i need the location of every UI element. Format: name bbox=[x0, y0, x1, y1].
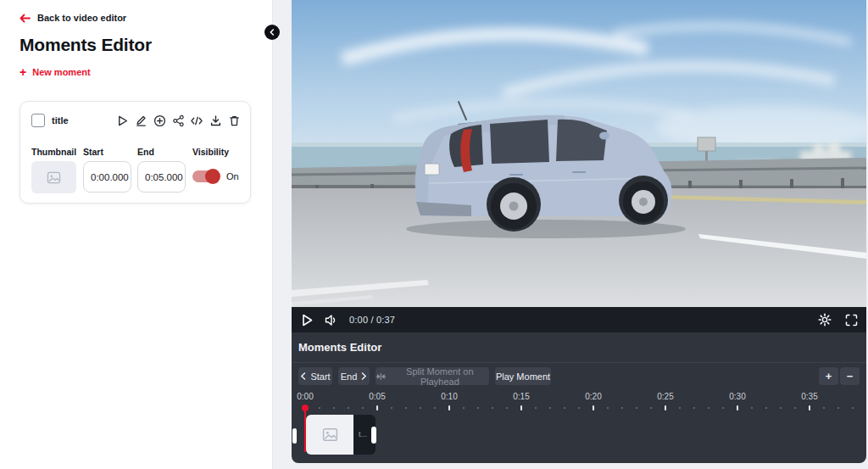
ruler-tick bbox=[693, 407, 695, 409]
image-placeholder-icon bbox=[322, 427, 338, 442]
ruler-tick bbox=[376, 405, 378, 410]
ruler-tick bbox=[607, 407, 609, 409]
split-moment-button[interactable]: Split Moment on Playhead bbox=[376, 367, 489, 385]
back-to-editor-link[interactable]: Back to video editor bbox=[19, 13, 126, 23]
ruler-tick bbox=[737, 405, 738, 410]
settings-gear-icon[interactable] bbox=[818, 313, 832, 327]
ruler-tick bbox=[621, 407, 623, 409]
ruler-tick bbox=[765, 407, 767, 409]
time-display: 0:00 / 0:37 bbox=[349, 315, 395, 325]
ruler-tick bbox=[362, 407, 364, 409]
ruler-tick bbox=[520, 405, 522, 410]
ruler-tick bbox=[434, 407, 436, 409]
ruler-tick bbox=[852, 407, 854, 409]
chevron-right-icon bbox=[361, 372, 367, 380]
plus-icon: + bbox=[826, 370, 832, 382]
divider bbox=[292, 362, 866, 363]
ruler-tick bbox=[636, 407, 637, 409]
ruler-label: 0:10 bbox=[441, 392, 457, 401]
ruler-tick bbox=[319, 407, 320, 409]
player-control-bar: 0:00 / 0:37 bbox=[292, 307, 866, 332]
ruler-tick bbox=[593, 405, 594, 410]
moment-checkbox[interactable] bbox=[31, 114, 45, 127]
moment-card-values: On bbox=[20, 161, 250, 193]
column-visibility: Visibility bbox=[192, 147, 229, 157]
ruler-label: 0:30 bbox=[729, 392, 745, 401]
ruler-tick bbox=[492, 407, 493, 409]
end-time-input[interactable] bbox=[137, 161, 186, 193]
add-icon[interactable] bbox=[153, 114, 166, 127]
player-play-button[interactable] bbox=[300, 313, 314, 327]
ruler-label: 0:20 bbox=[585, 392, 601, 401]
edit-icon[interactable] bbox=[134, 114, 147, 127]
ruler-tick bbox=[650, 407, 652, 409]
start-time-input[interactable] bbox=[83, 161, 131, 193]
ruler-tick bbox=[823, 407, 825, 409]
start-button-label: Start bbox=[310, 371, 330, 382]
ruler-tick bbox=[549, 407, 551, 409]
plus-icon: + bbox=[19, 68, 26, 77]
play-moment-label: Play Moment bbox=[496, 371, 550, 382]
split-button-label: Split Moment on Playhead bbox=[391, 366, 489, 387]
ruler-tick bbox=[463, 407, 465, 409]
timeline-panel-title: Moments Editor bbox=[298, 341, 381, 354]
timeline-zoom-in-button[interactable]: + bbox=[819, 367, 838, 385]
ruler-tick bbox=[708, 407, 709, 409]
jump-to-start-button[interactable]: Start bbox=[298, 367, 332, 385]
timeline-clip-row: t... bbox=[292, 415, 866, 455]
ruler-tick bbox=[751, 407, 753, 409]
fullscreen-icon[interactable] bbox=[845, 314, 858, 327]
timeline-ruler-labels: 0:000:050:100:150:200:250:300:35 bbox=[292, 392, 866, 402]
ruler-tick bbox=[665, 405, 666, 410]
left-panel: Back to video editor Moments Editor + Ne… bbox=[0, 0, 273, 469]
visibility-toggle[interactable] bbox=[192, 170, 218, 182]
timeline-ruler-ticks[interactable] bbox=[292, 405, 866, 412]
volume-icon[interactable] bbox=[324, 314, 337, 327]
ruler-label: 0:00 bbox=[297, 392, 313, 401]
ruler-tick bbox=[780, 407, 782, 409]
back-label: Back to video editor bbox=[37, 13, 126, 23]
play-moment-button[interactable]: Play Moment bbox=[495, 367, 551, 385]
play-icon[interactable] bbox=[115, 114, 129, 127]
collapse-panel-button[interactable] bbox=[264, 25, 280, 40]
download-icon[interactable] bbox=[209, 114, 222, 127]
video-frame[interactable] bbox=[292, 0, 866, 307]
ruler-label: 0:15 bbox=[513, 392, 529, 401]
ruler-tick bbox=[348, 407, 349, 409]
jump-to-end-button[interactable]: End bbox=[338, 367, 370, 385]
timeline-clip-thumbnail[interactable] bbox=[306, 415, 353, 455]
column-end: End bbox=[137, 147, 154, 157]
ruler-tick bbox=[564, 407, 565, 409]
end-button-label: End bbox=[341, 371, 358, 382]
moment-actions bbox=[115, 114, 241, 127]
new-moment-label: New moment bbox=[32, 67, 90, 77]
ruler-tick bbox=[578, 407, 580, 409]
ruler-tick bbox=[535, 407, 537, 409]
clip-trim-start-handle[interactable] bbox=[292, 428, 297, 444]
clip-trim-end-handle[interactable] bbox=[371, 427, 376, 444]
timeline-zoom-out-button[interactable]: − bbox=[840, 367, 860, 385]
ruler-tick bbox=[448, 405, 450, 410]
new-moment-button[interactable]: + New moment bbox=[19, 67, 91, 77]
toggle-knob bbox=[205, 169, 220, 184]
moment-title: title bbox=[52, 115, 69, 126]
timeline-toolbar: Start End Split Moment on Playhead Play … bbox=[292, 367, 866, 385]
moment-card: title bbox=[19, 101, 251, 204]
moments-editor-app: { "app": { "accent_red": "#e8112d", "pan… bbox=[0, 0, 868, 469]
column-start: Start bbox=[83, 147, 103, 157]
split-icon bbox=[376, 372, 387, 381]
back-arrow-icon bbox=[19, 14, 31, 23]
share-icon[interactable] bbox=[171, 114, 185, 127]
moment-thumbnail[interactable] bbox=[31, 161, 76, 193]
ruler-tick bbox=[506, 407, 508, 409]
moment-card-header: title bbox=[31, 113, 241, 128]
visibility-state-label: On bbox=[226, 171, 239, 181]
minus-icon: − bbox=[847, 370, 854, 382]
chevron-left-icon bbox=[300, 372, 306, 380]
embed-code-icon[interactable] bbox=[190, 114, 203, 127]
ruler-tick bbox=[794, 407, 796, 409]
image-placeholder-icon bbox=[47, 171, 61, 184]
chevron-left-icon bbox=[269, 29, 275, 36]
ruler-tick bbox=[333, 407, 335, 409]
delete-icon[interactable] bbox=[227, 114, 241, 127]
